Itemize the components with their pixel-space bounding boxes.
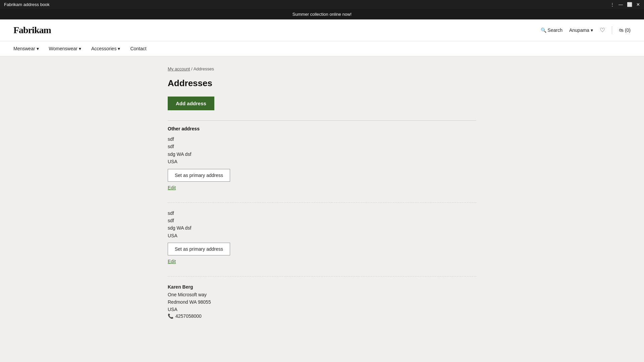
address-line: USA — [168, 232, 476, 239]
page-title: Addresses — [168, 78, 476, 88]
header-right: 🔍 Search Anupama ▾ ♡ 🛍 (0) — [541, 26, 631, 34]
header-divider — [612, 26, 612, 34]
section-label: Other address — [168, 126, 476, 131]
breadcrumb-my-account[interactable]: My account — [168, 66, 190, 71]
bag-icon: 🛍 — [619, 27, 624, 33]
address-line: sdf — [168, 209, 476, 217]
address-line: sdf — [168, 217, 476, 224]
address-block-1: sdf sdf sdg WA dsf USA Set as primary ad… — [168, 135, 476, 196]
section-divider — [168, 120, 476, 121]
chevron-down-icon: ▾ — [37, 46, 39, 51]
site-logo[interactable]: Fabrikam — [13, 25, 51, 36]
nav-accessories-label: Accessories — [91, 46, 116, 51]
top-banner: Summer collection online now! — [0, 9, 644, 19]
search-button[interactable]: 🔍 Search — [541, 27, 562, 33]
cart-count: (0) — [625, 27, 631, 33]
address-line: sdf — [168, 135, 476, 143]
address-block-3: Karen Berg One Microsoft way Redmond WA … — [168, 283, 476, 319]
nav-womenswear[interactable]: Womenswear ▾ — [49, 41, 88, 56]
address-line: sdg WA dsf — [168, 224, 476, 232]
set-primary-button-2[interactable]: Set as primary address — [168, 243, 230, 255]
phone-icon: 📞 — [168, 313, 173, 319]
cart-button[interactable]: 🛍 (0) — [619, 27, 631, 33]
set-primary-button-1[interactable]: Set as primary address — [168, 169, 230, 182]
breadcrumb-current: Addresses — [194, 66, 214, 71]
nav-contact[interactable]: Contact — [130, 41, 153, 56]
nav-menswear-label: Menswear — [13, 46, 35, 51]
search-icon: 🔍 — [541, 27, 546, 33]
nav-womenswear-label: Womenswear — [49, 46, 77, 51]
close-icon[interactable]: ✕ — [636, 2, 640, 7]
edit-link-1[interactable]: Edit — [168, 185, 176, 190]
main-nav: Menswear ▾ Womenswear ▾ Accessories ▾ Co… — [0, 41, 644, 56]
banner-text: Summer collection online now! — [292, 12, 352, 17]
address-line: USA — [168, 158, 476, 165]
nav-menswear[interactable]: Menswear ▾ — [13, 41, 46, 56]
address-line: Redmond WA 98055 — [168, 298, 476, 306]
address-line: sdg WA dsf — [168, 150, 476, 158]
address-separator — [168, 202, 476, 203]
search-label: Search — [548, 27, 562, 33]
browser-titlebar: Fabrikam address book ⋮ — ⬜ ✕ — [0, 0, 644, 9]
browser-title: Fabrikam address book — [4, 2, 50, 7]
edit-link-2[interactable]: Edit — [168, 259, 176, 264]
address-name: Karen Berg — [168, 283, 476, 291]
main-content: My account / Addresses Addresses Add add… — [154, 56, 490, 336]
address-line: One Microsoft way — [168, 291, 476, 298]
address-line: USA — [168, 306, 476, 313]
phone-line: 📞 4257058000 — [168, 313, 476, 319]
nav-contact-label: Contact — [130, 46, 146, 51]
minimize-icon[interactable]: — — [619, 2, 623, 7]
nav-accessories[interactable]: Accessories ▾ — [91, 41, 127, 56]
breadcrumb: My account / Addresses — [168, 66, 476, 71]
more-icon[interactable]: ⋮ — [610, 2, 614, 7]
address-separator-2 — [168, 276, 476, 277]
user-label: Anupama — [569, 27, 589, 33]
address-line: sdf — [168, 143, 476, 150]
add-address-button[interactable]: Add address — [168, 97, 214, 110]
wishlist-button[interactable]: ♡ — [600, 26, 605, 34]
address-block-2: sdf sdf sdg WA dsf USA Set as primary ad… — [168, 209, 476, 270]
window-controls: ⋮ — ⬜ ✕ — [610, 2, 640, 7]
site-header: Fabrikam 🔍 Search Anupama ▾ ♡ 🛍 (0) — [0, 19, 644, 41]
chevron-down-icon: ▾ — [591, 27, 593, 33]
phone-number: 4257058000 — [175, 313, 202, 319]
chevron-down-icon: ▾ — [79, 46, 81, 51]
restore-icon[interactable]: ⬜ — [627, 2, 632, 7]
chevron-down-icon: ▾ — [118, 46, 120, 51]
user-menu-button[interactable]: Anupama ▾ — [569, 27, 593, 33]
